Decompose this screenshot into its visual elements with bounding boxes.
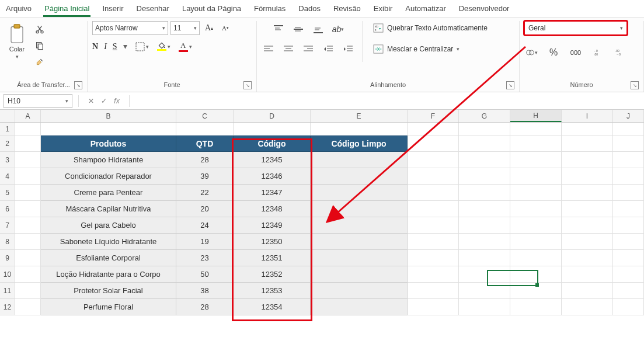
cell-J7[interactable] [613, 217, 644, 234]
cell-C5[interactable]: 22 [176, 185, 234, 201]
cell-I9[interactable] [562, 250, 613, 266]
cell-I5[interactable] [562, 185, 613, 201]
align-left-button[interactable] [262, 42, 276, 56]
cell-B1[interactable] [41, 123, 176, 135]
comma-format-button[interactable]: 000 [569, 46, 583, 60]
cell-B6[interactable]: Máscara Capilar Nutritiva [41, 201, 176, 217]
align-top-button[interactable] [271, 22, 286, 36]
tab-revisao[interactable]: Revisão [332, 1, 362, 16]
cell-A8[interactable] [15, 234, 41, 250]
row-header-8[interactable]: 8 [0, 234, 15, 250]
cell-D8[interactable]: 12350 [234, 234, 311, 250]
number-launcher[interactable]: ↘ [631, 81, 639, 89]
cut-button[interactable] [33, 22, 47, 36]
cell-G1[interactable] [459, 123, 510, 135]
select-all-corner[interactable] [0, 110, 15, 122]
table-header-c[interactable]: QTD [176, 135, 234, 152]
cell-I8[interactable] [562, 234, 613, 250]
row-header-10[interactable]: 10 [0, 266, 15, 283]
row-header-11[interactable]: 11 [0, 283, 15, 299]
cell-E1[interactable] [311, 123, 408, 135]
cell-F6[interactable] [408, 201, 459, 217]
row-header-5[interactable]: 5 [0, 185, 15, 201]
cell-B12[interactable]: Perfume Floral [41, 299, 176, 315]
col-header-e[interactable]: E [311, 110, 408, 122]
cell-C12[interactable]: 28 [176, 299, 234, 315]
cell-E4[interactable] [311, 168, 408, 185]
cell-A7[interactable] [15, 217, 41, 234]
cell-J12[interactable] [613, 299, 644, 315]
cell-D7[interactable]: 12349 [234, 217, 311, 234]
row-header-1[interactable]: 1 [0, 123, 15, 135]
row-header-6[interactable]: 6 [0, 201, 15, 217]
tab-pagina-inicial[interactable]: Página Inicial [43, 1, 90, 16]
orientation-button[interactable]: ab▾ [331, 22, 345, 36]
table-header-b[interactable]: Produtos [41, 135, 176, 152]
accounting-format-button[interactable]: ▾ [524, 46, 538, 60]
cell-H4[interactable] [510, 168, 562, 185]
cell-B10[interactable]: Loção Hidratante para o Corpo [41, 266, 176, 283]
col-header-c[interactable]: C [176, 110, 234, 122]
cell-A6[interactable] [15, 201, 41, 217]
cell-D12[interactable]: 12354 [234, 299, 311, 315]
tab-layout[interactable]: Layout da Página [181, 1, 242, 16]
decrease-font-button[interactable]: A▾ [218, 21, 232, 35]
cell-D9[interactable]: 12351 [234, 250, 311, 266]
table-header-d[interactable]: Código [234, 135, 311, 152]
cell-J5[interactable] [613, 185, 644, 201]
name-box[interactable]: H10 ▾ [4, 94, 72, 108]
cell-C11[interactable]: 38 [176, 283, 234, 299]
row-header-2[interactable]: 2 [0, 135, 15, 152]
col-header-f[interactable]: F [408, 110, 459, 122]
merge-center-button[interactable]: Mesclar e Centralizar ▾ [370, 42, 463, 56]
align-middle-button[interactable] [291, 22, 305, 36]
cell-G4[interactable] [459, 168, 510, 185]
cell-B9[interactable]: Esfoliante Corporal [41, 250, 176, 266]
cell-E8[interactable] [311, 234, 408, 250]
cell-C3[interactable]: 28 [176, 152, 234, 168]
cell-F2[interactable] [408, 135, 459, 152]
cell-G2[interactable] [459, 135, 510, 152]
cell-E5[interactable] [311, 185, 408, 201]
tab-desenvolvedor[interactable]: Desenvolvedor [458, 1, 511, 16]
col-header-a[interactable]: A [15, 110, 41, 122]
cell-B11[interactable]: Protetor Solar Facial [41, 283, 176, 299]
cell-E9[interactable] [311, 250, 408, 266]
cell-D4[interactable]: 12346 [234, 168, 311, 185]
cell-D5[interactable]: 12347 [234, 185, 311, 201]
italic-button[interactable]: I [104, 42, 107, 51]
cell-I3[interactable] [562, 152, 613, 168]
font-name-select[interactable]: Aptos Narrow ▾ [92, 21, 168, 35]
cell-I7[interactable] [562, 217, 613, 234]
copy-button[interactable] [33, 39, 47, 53]
fill-color-button[interactable]: ▾ [157, 42, 170, 51]
font-color-button[interactable]: A ▾ [179, 41, 192, 52]
cell-G10[interactable] [459, 266, 510, 283]
cell-H5[interactable] [510, 185, 562, 201]
cell-I1[interactable] [562, 123, 613, 135]
cell-I12[interactable] [562, 299, 613, 315]
decrease-decimal-button[interactable]: .00→0 [613, 46, 627, 60]
cell-I11[interactable] [562, 283, 613, 299]
cell-A11[interactable] [15, 283, 41, 299]
cell-B5[interactable]: Creme para Pentear [41, 185, 176, 201]
cell-F11[interactable] [408, 283, 459, 299]
row-header-3[interactable]: 3 [0, 152, 15, 168]
cell-F1[interactable] [408, 123, 459, 135]
cell-H1[interactable] [510, 123, 562, 135]
cell-F7[interactable] [408, 217, 459, 234]
cell-G9[interactable] [459, 250, 510, 266]
cell-E12[interactable] [311, 299, 408, 315]
cell-A10[interactable] [15, 266, 41, 283]
cell-H7[interactable] [510, 217, 562, 234]
cell-D6[interactable]: 12348 [234, 201, 311, 217]
increase-indent-button[interactable] [341, 42, 355, 56]
enter-formula-button[interactable]: ✓ [98, 97, 110, 105]
cell-B4[interactable]: Condicionador Reparador [41, 168, 176, 185]
row-header-9[interactable]: 9 [0, 250, 15, 266]
tab-arquivo[interactable]: Arquivo [5, 1, 33, 16]
cell-B3[interactable]: Shampoo Hidratante [41, 152, 176, 168]
cell-J3[interactable] [613, 152, 644, 168]
cell-I4[interactable] [562, 168, 613, 185]
cell-C6[interactable]: 20 [176, 201, 234, 217]
